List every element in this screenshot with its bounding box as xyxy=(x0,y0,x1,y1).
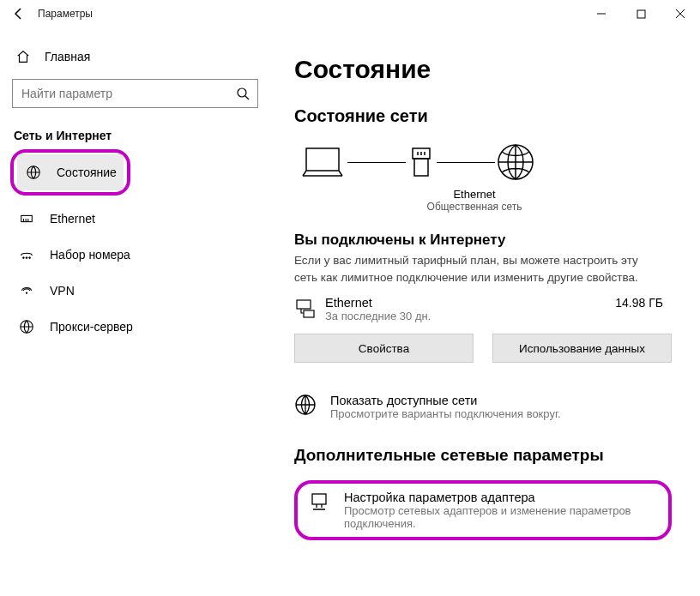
nav-item-ethernet[interactable]: Ethernet xyxy=(10,201,260,237)
connected-desc: Если у вас лимитный тарифный план, вы мо… xyxy=(294,252,663,286)
proxy-icon xyxy=(19,319,34,334)
adapter-title: Настройка параметров адаптера xyxy=(344,491,658,504)
svg-rect-13 xyxy=(297,300,311,309)
svg-point-6 xyxy=(29,257,31,259)
maximize-button[interactable] xyxy=(621,0,661,27)
usage-period: За последние 30 дн. xyxy=(325,310,615,322)
available-sub: Просмотрите варианты подключения вокруг. xyxy=(330,407,561,420)
available-title: Показать доступные сети xyxy=(330,394,561,407)
globe-icon xyxy=(294,394,317,419)
search-box[interactable] xyxy=(12,79,258,108)
sidebar: Главная Сеть и Интернет Состояние xyxy=(0,27,270,596)
nav-item-proxy[interactable]: Прокси-сервер xyxy=(10,309,260,345)
close-button[interactable] xyxy=(661,0,700,27)
svg-rect-14 xyxy=(304,310,314,317)
svg-rect-0 xyxy=(637,10,645,18)
home-icon xyxy=(15,49,31,64)
svg-rect-16 xyxy=(312,494,326,504)
network-diagram xyxy=(298,141,681,183)
ethernet-icon xyxy=(19,211,34,226)
nav-label: Прокси-сервер xyxy=(50,320,133,334)
router-icon xyxy=(406,143,437,181)
search-icon xyxy=(235,87,250,100)
usage-row: Ethernet За последние 30 дн. 14.98 ГБ xyxy=(294,296,663,323)
svg-rect-3 xyxy=(21,215,33,221)
vpn-icon xyxy=(19,283,34,298)
nav-item-vpn[interactable]: VPN xyxy=(10,273,260,309)
data-usage-button[interactable]: Использование данных xyxy=(492,334,672,363)
section-status-heading: Состояние сети xyxy=(294,106,681,126)
nav-item-dialup[interactable]: Набор номера xyxy=(10,237,260,273)
diagram-center-sub: Общественная сеть xyxy=(294,201,655,213)
svg-point-4 xyxy=(23,257,25,259)
window-title: Параметры xyxy=(38,8,93,20)
diagram-labels: Ethernet Общественная сеть xyxy=(294,188,655,213)
adapter-icon xyxy=(308,491,330,516)
adapter-sub: Просмотр сетевых адаптеров и изменение п… xyxy=(344,504,658,530)
titlebar: Параметры xyxy=(0,0,700,27)
svg-point-5 xyxy=(26,257,27,259)
properties-button[interactable]: Свойства xyxy=(294,334,474,363)
nav-item-status[interactable]: Состояние xyxy=(17,154,124,190)
svg-rect-11 xyxy=(414,159,428,176)
back-button[interactable] xyxy=(7,7,31,21)
available-networks-link[interactable]: Показать доступные сети Просмотрите вари… xyxy=(294,394,681,420)
highlight-status: Состояние xyxy=(10,149,130,196)
svg-point-1 xyxy=(238,88,246,97)
home-label: Главная xyxy=(45,50,90,63)
home-link[interactable]: Главная xyxy=(10,39,260,74)
usage-name: Ethernet xyxy=(325,296,615,310)
ethernet-usage-icon xyxy=(294,296,325,323)
connected-title: Вы подключены к Интернету xyxy=(294,232,681,249)
settings-window: Параметры Главная С xyxy=(0,0,700,596)
globe-icon xyxy=(26,165,41,180)
svg-rect-9 xyxy=(306,148,339,171)
category-header: Сеть и Интернет xyxy=(14,129,260,142)
nav-list: Состояние Ethernet Набор номера xyxy=(10,149,260,345)
search-input[interactable] xyxy=(20,86,235,101)
diagram-center-label: Ethernet xyxy=(294,188,655,201)
nav-label: Ethernet xyxy=(50,212,95,226)
page-title: Состояние xyxy=(294,55,681,84)
advanced-heading: Дополнительные сетевые параметры xyxy=(294,446,681,465)
laptop-icon xyxy=(298,143,347,181)
minimize-button[interactable] xyxy=(582,0,621,27)
content-area: Состояние Состояние сети Ethernet Общест… xyxy=(270,27,700,596)
usage-value: 14.98 ГБ xyxy=(615,296,663,310)
highlight-adapter: Настройка параметров адаптера Просмотр с… xyxy=(294,480,672,540)
nav-label: VPN xyxy=(50,284,75,298)
dialup-icon xyxy=(19,247,34,262)
nav-label: Набор номера xyxy=(50,248,130,262)
adapter-settings-link[interactable]: Настройка параметров адаптера Просмотр с… xyxy=(308,491,658,530)
svg-point-7 xyxy=(26,292,27,294)
nav-label: Состояние xyxy=(57,166,117,179)
internet-globe-icon xyxy=(495,141,536,183)
